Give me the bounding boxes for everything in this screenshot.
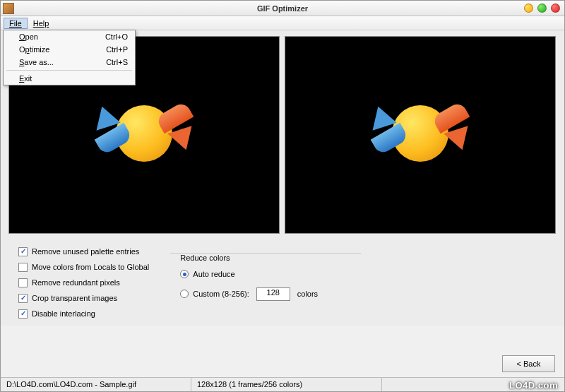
options-checkboxes: Remove unused palette entries Move color…	[18, 245, 149, 320]
menu-item-open[interactable]: Open Ctrl+O	[4, 30, 135, 43]
checkbox-label: Remove redundant pixels	[32, 278, 120, 287]
preview-optimized	[285, 36, 556, 234]
window-title: GIF Optimizer	[257, 4, 308, 13]
checkbox-move-colors[interactable]	[18, 263, 28, 272]
preview-image	[91, 96, 197, 174]
back-button[interactable]: < Back	[502, 355, 555, 372]
menubar: File Help	[1, 16, 564, 30]
menu-file[interactable]: File	[4, 18, 28, 29]
menu-help[interactable]: Help	[28, 18, 55, 29]
checkbox-disable-interlacing[interactable]	[18, 309, 28, 319]
checkbox-label: Disable interlacing	[32, 309, 95, 318]
checkbox-label: Remove unused palette entries	[32, 247, 139, 256]
preview-image	[367, 96, 473, 174]
shortcut-label: Ctrl+S	[106, 58, 128, 66]
shortcut-label: Ctrl+O	[105, 32, 128, 41]
fieldset-legend: Reduce colors	[177, 254, 232, 262]
checkbox-crop-transparent[interactable]	[18, 294, 28, 303]
checkbox-remove-unused[interactable]	[18, 247, 28, 256]
menu-separator	[6, 70, 132, 71]
shortcut-label: Ctrl+P	[106, 45, 128, 54]
watermark: LO4D.com	[509, 380, 558, 391]
statusbar: D:\LO4D.com\LO4D.com - Sample.gif 128x12…	[1, 377, 564, 391]
checkbox-label: Crop transparent images	[32, 294, 117, 302]
close-button[interactable]	[551, 4, 560, 13]
menu-item-exit[interactable]: Exit	[4, 72, 135, 85]
file-menu-dropdown: Open Ctrl+O Optimize Ctrl+P Save as... C…	[3, 30, 136, 85]
status-imageinfo: 128x128 (1 frames/256 colors)	[191, 378, 382, 391]
app-icon	[3, 3, 14, 14]
titlebar: GIF Optimizer	[1, 1, 564, 16]
maximize-button[interactable]	[537, 4, 547, 13]
reduce-colors-group: Reduce colors Auto reduce Custom (8-256)…	[170, 248, 361, 310]
minimize-button[interactable]	[524, 4, 533, 13]
checkbox-label: Move colors from Locals to Global	[32, 263, 149, 271]
checkbox-remove-redundant[interactable]	[18, 278, 28, 287]
menu-item-saveas[interactable]: Save as... Ctrl+S	[4, 56, 135, 69]
menu-item-optimize[interactable]: Optimize Ctrl+P	[4, 43, 135, 56]
status-filepath: D:\LO4D.com\LO4D.com - Sample.gif	[1, 378, 191, 391]
